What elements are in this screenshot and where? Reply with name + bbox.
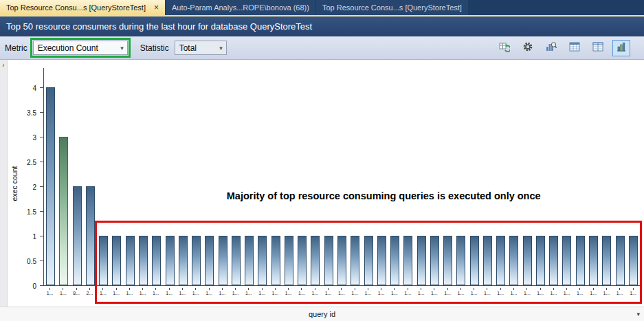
x-tick-label: 1... [560, 288, 573, 305]
x-tick-label: 1... [480, 288, 493, 305]
y-tick-label: 4 [32, 85, 36, 92]
bar[interactable] [258, 236, 267, 285]
x-tick-label: 1... [229, 288, 242, 305]
bar[interactable] [403, 236, 412, 285]
bar[interactable] [629, 236, 638, 285]
tab-auto-param-analysis[interactable]: Auto-Param Analys...ROPE\bonova (68)) [166, 0, 315, 15]
bar[interactable] [589, 236, 598, 285]
x-tick-label: 1... [202, 288, 215, 305]
bar[interactable] [351, 236, 359, 285]
bar[interactable] [245, 236, 254, 285]
y-tick-label: 1.5 [27, 208, 36, 216]
tab-label: Top Resource Consu...s [QueryStoreTest] [6, 3, 146, 12]
bar-slot [150, 68, 163, 285]
bar[interactable] [562, 236, 571, 285]
bar[interactable] [192, 236, 201, 285]
x-tick-label: 1... [163, 288, 176, 305]
x-tick-label: 1... [428, 288, 441, 305]
x-tick-label: 1... [43, 288, 56, 305]
bar-slot [468, 68, 481, 285]
bar[interactable] [232, 236, 241, 285]
bar-slot [507, 68, 520, 285]
grid-view-button[interactable] [566, 40, 584, 56]
bar-slot [335, 68, 348, 285]
metric-label: Metric [5, 43, 27, 53]
bar[interactable] [126, 236, 135, 285]
bar[interactable] [166, 236, 175, 285]
bar-slot [521, 68, 534, 285]
bar-chart-view-button[interactable] [612, 40, 630, 56]
bar[interactable] [549, 236, 558, 285]
bar[interactable] [616, 236, 625, 285]
bar[interactable] [179, 236, 188, 285]
bar[interactable] [298, 236, 307, 285]
bar[interactable] [219, 236, 227, 285]
x-axis-dropdown-chevron[interactable]: ▾ [636, 307, 640, 321]
x-tick-label: 1... [189, 288, 202, 305]
x-tick-label: 1... [96, 288, 109, 305]
tab-top-resource-consumers-2[interactable]: Top Resource Consu...s [QueryStoreTest] [316, 0, 468, 15]
bar[interactable] [99, 236, 108, 285]
metric-dropdown[interactable]: Execution Count ▾ [33, 41, 128, 55]
bar-slot [203, 68, 216, 285]
bar[interactable] [324, 236, 333, 285]
refresh-grid-button[interactable] [496, 40, 513, 56]
x-tick-label: 1... [176, 288, 189, 305]
bar[interactable] [443, 236, 452, 285]
bar[interactable] [576, 236, 585, 285]
x-tick-label: 1... [282, 288, 295, 305]
collapsed-panel-toggle[interactable]: › [0, 60, 8, 307]
x-tick-label: 1... [454, 288, 467, 305]
chart-region: › exec count 00.511.522.533.54 Majority … [0, 60, 644, 307]
x-tick-label: 1... [335, 288, 348, 305]
chevron-down-icon: ▾ [115, 45, 124, 52]
x-tick-label: 1... [587, 288, 600, 305]
statistic-dropdown[interactable]: Total ▾ [175, 41, 227, 55]
close-icon[interactable]: × [154, 3, 159, 12]
bar[interactable] [377, 236, 386, 285]
chart-canvas: exec count 00.511.522.533.54 Majority of… [8, 60, 644, 307]
bar[interactable] [271, 236, 280, 285]
bar[interactable] [417, 236, 426, 285]
bar[interactable] [483, 236, 492, 285]
bar[interactable] [73, 186, 82, 285]
document-tab-bar: Top Resource Consu...s [QueryStoreTest] … [0, 0, 644, 15]
settings-button[interactable] [519, 40, 537, 56]
bar[interactable] [139, 236, 148, 285]
bar[interactable] [390, 236, 399, 285]
bar-highlighted[interactable] [59, 137, 68, 285]
bar[interactable] [112, 236, 121, 285]
bar[interactable] [337, 236, 346, 285]
bar[interactable] [152, 236, 161, 285]
bar[interactable] [470, 236, 479, 285]
details-grid-button[interactable] [589, 40, 607, 56]
y-tick-label: 3 [32, 134, 36, 142]
tab-label: Top Resource Consu...s [QueryStoreTest] [322, 3, 462, 12]
bar-slot [414, 68, 428, 285]
bar[interactable] [523, 236, 532, 285]
x-tick-label: 1... [216, 288, 229, 305]
refresh-grid-icon [499, 41, 510, 54]
settings-gear-icon [522, 41, 533, 54]
bar-slot [441, 68, 454, 285]
bar[interactable] [536, 236, 545, 285]
bar-slot [137, 68, 150, 285]
bar[interactable] [602, 236, 611, 285]
bar[interactable] [46, 87, 55, 285]
bar-slot [84, 68, 97, 285]
bar[interactable] [509, 236, 518, 285]
bar[interactable] [311, 236, 320, 285]
bar[interactable] [285, 236, 293, 285]
bar[interactable] [205, 236, 214, 285]
chart-zoom-button[interactable] [542, 40, 560, 56]
bar[interactable] [456, 236, 465, 285]
x-tick-label: 8... [70, 288, 83, 305]
bar[interactable] [430, 236, 439, 285]
bar[interactable] [86, 186, 95, 285]
x-tick-label: 1... [242, 288, 255, 305]
x-tick-label: 1... [573, 288, 586, 305]
bar[interactable] [496, 236, 505, 285]
bar[interactable] [364, 236, 373, 285]
x-tick-label: 1... [441, 288, 454, 305]
tab-top-resource-consumers-active[interactable]: Top Resource Consu...s [QueryStoreTest] … [0, 0, 165, 15]
